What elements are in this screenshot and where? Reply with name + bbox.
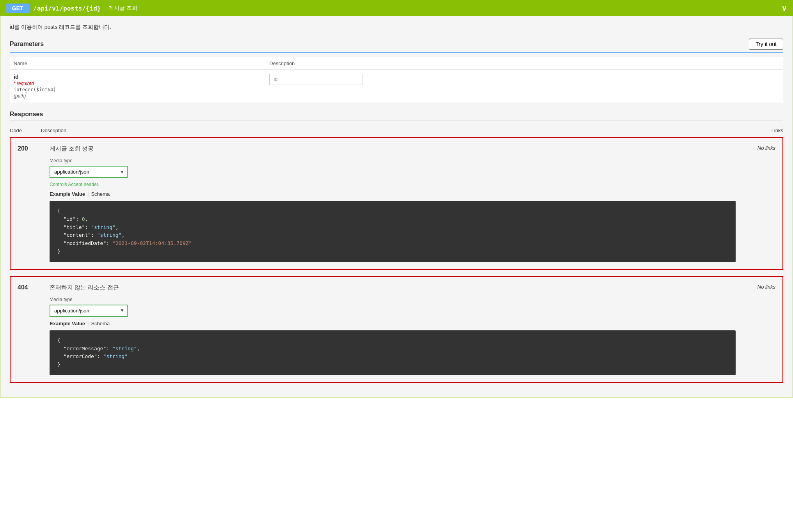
media-type-label-200: Media type: [50, 158, 736, 163]
code-brace-close: }: [57, 248, 60, 254]
example-value-tab-404[interactable]: Example Value: [50, 321, 85, 326]
media-type-select-404[interactable]: application/json: [50, 305, 128, 317]
api-path: /api/v1/posts/{id}: [33, 5, 101, 12]
code-block-200: { "id": 0, "title": "string", "content":…: [50, 201, 736, 262]
param-input-cell[interactable]: [265, 70, 783, 103]
code-val: "2021-09-02T14:04:35.709Z": [112, 240, 192, 246]
collapse-icon[interactable]: ∨: [781, 4, 787, 13]
api-summary: 게시글 조회: [108, 5, 137, 12]
code-key: "title":: [64, 224, 91, 230]
api-header[interactable]: GET /api/v1/posts/{id} 게시글 조회 ∨: [0, 0, 793, 16]
response-col-code: Code: [10, 128, 41, 133]
tab-separator: |: [87, 321, 89, 326]
no-links-label-200: No links: [757, 145, 775, 151]
parameters-table: Name Description id * required integer($…: [10, 57, 783, 103]
param-name-cell: id * required integer($int64) (path): [10, 70, 265, 103]
responses-section-title: Responses: [10, 111, 783, 121]
media-type-select-200[interactable]: application/json: [50, 166, 128, 178]
try-it-out-button[interactable]: Try it out: [749, 39, 783, 50]
example-tabs-404: Example Value | Schema: [50, 321, 736, 326]
response-description: 존재하지 않는 리소스 접근: [50, 284, 736, 291]
response-code-404: 404: [18, 284, 49, 375]
api-header-left: GET /api/v1/posts/{id} 게시글 조회: [6, 4, 137, 13]
code-val: "string": [97, 232, 122, 238]
param-id-input[interactable]: [269, 74, 363, 85]
media-type-label-404: Media type: [50, 297, 736, 302]
response-404-table: 404 존재하지 않는 리소스 접근 Media type applicatio…: [17, 283, 776, 376]
response-col-description: Description: [41, 128, 744, 133]
code-key: "content":: [64, 232, 97, 238]
controls-accept-200: Controls Accept header.: [50, 182, 736, 187]
responses-section: Responses Code Description Links 200 게시글…: [10, 111, 783, 383]
code-block-404: { "errorMessage": "string", "errorCode":…: [50, 330, 736, 375]
code-val: "string": [103, 353, 128, 359]
table-row: 200 게시글 조회 성공 Media type application/jso…: [18, 145, 775, 262]
table-row: id * required integer($int64) (path): [10, 70, 783, 103]
param-col-description: Description: [265, 57, 783, 70]
code-key: "modifiedDate":: [64, 240, 112, 246]
code-key: "id":: [64, 216, 82, 222]
parameters-section-title: Parameters Try it out: [10, 39, 783, 53]
media-type-select-wrapper-404[interactable]: application/json ▼: [50, 305, 128, 317]
response-col-links: Links: [744, 128, 783, 133]
http-method-badge: GET: [6, 4, 29, 13]
response-col-headers: Code Description Links: [10, 125, 783, 136]
response-desc-200: 게시글 조회 성공 Media type application/json ▼ …: [50, 145, 736, 262]
comma: ,: [116, 224, 119, 230]
parameters-label: Parameters: [10, 41, 44, 48]
code-key: "errorCode":: [64, 353, 103, 359]
code-brace-open: {: [57, 337, 60, 343]
param-col-name: Name: [10, 57, 265, 70]
code-brace-close: }: [57, 362, 60, 367]
response-row-200: 200 게시글 조회 성공 Media type application/jso…: [10, 137, 783, 270]
response-code-200: 200: [18, 145, 49, 262]
no-links-label-404: No links: [757, 284, 775, 290]
api-description: id를 이용하여 posts 레코드를 조회합니다.: [10, 24, 783, 31]
api-endpoint-container: GET /api/v1/posts/{id} 게시글 조회 ∨ id를 이용하여…: [0, 0, 793, 397]
param-type: integer($int64): [14, 87, 56, 92]
response-links-200: No links: [736, 145, 775, 262]
media-type-select-wrapper-200[interactable]: application/json ▼: [50, 166, 128, 178]
example-tabs-200: Example Value | Schema: [50, 191, 736, 197]
response-row-404: 404 존재하지 않는 리소스 접근 Media type applicatio…: [10, 276, 783, 383]
param-required-label: * required: [14, 81, 34, 86]
parameters-section: Parameters Try it out Name Description i…: [10, 39, 783, 103]
param-location: (path): [14, 93, 26, 99]
response-status-code: 200: [18, 145, 28, 152]
schema-tab-200[interactable]: Schema: [91, 191, 110, 197]
comma: ,: [85, 216, 88, 222]
code-key: "errorMessage":: [64, 346, 112, 351]
comma: ,: [137, 346, 140, 351]
schema-tab-404[interactable]: Schema: [91, 321, 110, 326]
code-val: "string": [91, 224, 116, 230]
response-200-table: 200 게시글 조회 성공 Media type application/jso…: [17, 144, 776, 263]
table-row: 404 존재하지 않는 리소스 접근 Media type applicatio…: [18, 284, 775, 375]
example-value-tab-200[interactable]: Example Value: [50, 191, 85, 197]
code-brace-open: {: [57, 208, 60, 214]
tab-separator: |: [87, 191, 89, 197]
api-body: id를 이용하여 posts 레코드를 조회합니다. Parameters Tr…: [0, 16, 793, 397]
comma: ,: [121, 232, 124, 238]
response-links-404: No links: [736, 284, 775, 375]
param-name: id: [14, 74, 261, 80]
response-status-code: 404: [18, 284, 28, 291]
code-val: "string": [112, 346, 137, 351]
response-desc-404: 존재하지 않는 리소스 접근 Media type application/js…: [50, 284, 736, 375]
response-description: 게시글 조회 성공: [50, 145, 736, 153]
